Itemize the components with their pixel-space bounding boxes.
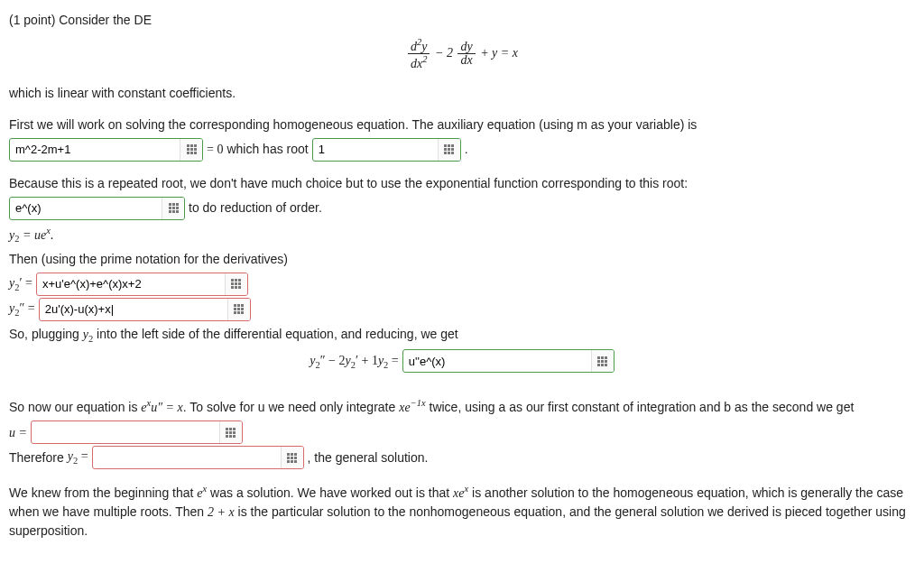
reduction-input[interactable]: [10, 198, 162, 219]
keypad-icon: [169, 203, 179, 213]
u-eq-label: u =: [9, 423, 27, 442]
y2-prime-input[interactable]: [37, 273, 225, 295]
u-input-wrap: [31, 421, 243, 444]
math-keyboard-button[interactable]: [591, 350, 614, 372]
aux-paragraph: First we will work on solving the corres…: [9, 116, 915, 134]
y2-double-prime-label: y2″ =: [9, 299, 35, 320]
keypad-icon: [597, 356, 607, 366]
eq-zero: = 0: [207, 140, 223, 159]
y2-def: y2 = uex.: [9, 224, 915, 246]
math-keyboard-button[interactable]: [281, 447, 303, 468]
y2-label: y2 =: [68, 447, 88, 468]
aux-root-input[interactable]: [313, 139, 438, 161]
plug-text: So, plugging y2 into the left side of th…: [9, 325, 915, 347]
math-keyboard-button[interactable]: [180, 139, 202, 161]
math-keyboard-button[interactable]: [438, 139, 460, 161]
y2-solution-input[interactable]: [93, 447, 281, 468]
reduced-input[interactable]: [403, 350, 591, 372]
keypad-icon: [234, 304, 244, 314]
keypad-icon: [231, 279, 241, 289]
intro-text-1: Consider the DE: [59, 13, 152, 27]
repeated-root-text: Because this is a repeated root, we don'…: [9, 174, 915, 193]
u-row: u =: [9, 421, 915, 444]
reduced-input-wrap: [402, 349, 614, 373]
points: (1 point): [9, 13, 55, 27]
keypad-icon: [287, 453, 297, 463]
main-equation: d2y dx2 − 2 dy dx + y = x: [9, 37, 915, 71]
has-root-text: which has root: [226, 140, 308, 159]
problem-container: (1 point) Consider the DE d2y dx2 − 2 dy…: [9, 11, 915, 541]
period: .: [465, 140, 468, 159]
math-keyboard-button[interactable]: [225, 273, 247, 295]
aux-equation-input-wrap: [9, 138, 203, 162]
prime-note: Then (using the prime notation for the d…: [9, 250, 915, 269]
intro-line: (1 point) Consider the DE: [9, 11, 915, 30]
therefore-text: Therefore: [9, 448, 64, 467]
y2-solution-row: Therefore y2 = , the general solution.: [9, 446, 915, 469]
y2-solution-input-wrap: [92, 446, 304, 469]
keypad-icon: [444, 144, 454, 154]
math-keyboard-button[interactable]: [162, 198, 184, 219]
math-keyboard-button[interactable]: [227, 299, 250, 320]
solve-u-paragraph: So now our equation is exu″ = x. To solv…: [9, 396, 915, 417]
y2-double-prime-input-wrap: [39, 298, 251, 321]
reduction-tail: to do reduction of order.: [189, 199, 322, 217]
general-solution-text: , the general solution.: [308, 448, 429, 467]
y2-prime-input-wrap: [36, 273, 248, 296]
aux-equation-input[interactable]: [10, 139, 180, 161]
keypad-icon: [187, 144, 197, 154]
final-paragraph: We knew from the beginning that ex was a…: [9, 482, 915, 541]
reduction-input-wrap: [9, 197, 185, 220]
y2-prime-row: y2′ =: [9, 273, 915, 296]
reduced-lhs: y2″ − 2y2′ + 1y2 =: [310, 351, 399, 373]
intro-text-2: which is linear with constant coefficien…: [9, 84, 915, 103]
u-input[interactable]: [32, 421, 219, 443]
y2-double-prime-input[interactable]: [40, 299, 227, 320]
reduction-row: to do reduction of order.: [9, 197, 915, 220]
aux-root-input-wrap: [312, 138, 461, 162]
reduced-equation-row: y2″ − 2y2′ + 1y2 =: [9, 349, 915, 373]
keypad-icon: [226, 428, 236, 438]
math-keyboard-button[interactable]: [219, 421, 242, 443]
y2-prime-label: y2′ =: [9, 273, 32, 295]
y2-double-prime-row: y2″ =: [9, 298, 915, 321]
aux-row: = 0 which has root .: [9, 138, 915, 162]
